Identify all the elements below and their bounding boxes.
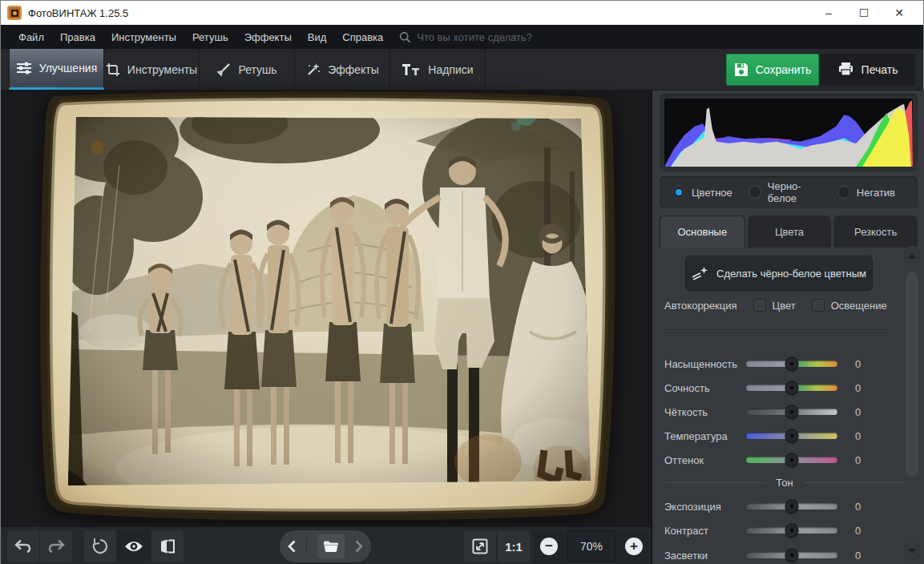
split-view-icon (159, 538, 176, 554)
undo-button[interactable] (7, 530, 39, 562)
radio-black-white[interactable] (748, 186, 761, 199)
zoom-out-button[interactable]: − (533, 530, 565, 562)
slider-row-highlights: Засветки 0 (664, 546, 905, 564)
contrast-handle[interactable] (785, 524, 799, 538)
scroll-down-button[interactable] (904, 541, 920, 562)
radio-negative[interactable] (837, 186, 850, 199)
contrast-slider[interactable] (746, 527, 837, 534)
saturation-slider[interactable] (746, 361, 837, 367)
floppy-icon (734, 62, 748, 77)
color-mode-selector: Цветное Черно-белое Негатив (660, 176, 918, 208)
checkbox-color[interactable] (753, 299, 766, 312)
save-button[interactable]: Сохранить (726, 54, 819, 86)
menu-effects[interactable]: Эффекты (236, 25, 300, 49)
exposure-slider[interactable] (746, 503, 837, 510)
scroll-up-button[interactable] (904, 246, 920, 267)
clarity-handle[interactable] (785, 405, 799, 419)
printer-icon (838, 62, 853, 76)
autocorrection-row: Автокоррекция Цвет Освещение (664, 299, 905, 312)
redo-button[interactable] (40, 530, 72, 562)
highlights-slider[interactable] (746, 552, 837, 558)
photo-canvas[interactable] (1, 91, 651, 526)
tab-captions[interactable]: Надписи (390, 49, 486, 90)
tint-slider[interactable] (746, 457, 837, 463)
text-icon (401, 63, 421, 76)
vibrance-slider[interactable] (746, 385, 837, 391)
slider-row-contrast: Контраст 0 (664, 522, 905, 539)
exposure-handle[interactable] (785, 500, 799, 514)
show-original-button[interactable] (118, 530, 150, 562)
eye-icon (124, 540, 143, 553)
subtab-basic[interactable]: Основные (660, 216, 745, 248)
crop-icon (106, 62, 120, 77)
tab-effects[interactable]: Эффекты (295, 49, 390, 90)
checkbox-lighting[interactable] (812, 299, 825, 312)
search-icon (399, 31, 411, 43)
tone-section-header: Тон (664, 477, 905, 489)
maximize-button[interactable]: ☐ (846, 1, 882, 25)
vintage-photo (39, 91, 616, 520)
tab-retouch[interactable]: Ретушь (200, 49, 295, 90)
actual-size-button[interactable]: 1:1 (498, 530, 530, 562)
temperature-handle[interactable] (785, 429, 799, 443)
app-window: ФотоВИНТАЖ 1.25.5 – ☐ ✕ Файл Правка Инст… (0, 0, 924, 564)
histogram-container (660, 94, 918, 171)
menu-view[interactable]: Вид (300, 25, 335, 49)
previous-photo-icon[interactable] (288, 540, 296, 553)
slider-row-tint: Оттенок 0 (664, 451, 905, 469)
menu-file[interactable]: Файл (10, 25, 52, 49)
menu-help[interactable]: Справка (334, 25, 391, 49)
viewer-toolbar: 1:1 − 70% + (1, 526, 651, 564)
radio-color[interactable] (672, 186, 685, 199)
fit-screen-button[interactable] (464, 530, 496, 562)
tab-enhancements[interactable]: Улучшения (9, 49, 104, 90)
rotate-icon (92, 538, 108, 554)
file-navigator (280, 530, 371, 562)
plus-icon: + (625, 538, 643, 555)
scrollbar-thumb[interactable] (906, 272, 918, 477)
fit-screen-icon (472, 538, 488, 554)
vibrance-handle[interactable] (785, 381, 799, 395)
menu-retouch[interactable]: Ретушь (184, 25, 236, 49)
subtab-sharpness[interactable]: Резкость (833, 216, 918, 248)
menu-bar: Файл Правка Инструменты Ретушь Эффекты В… (1, 25, 923, 49)
slider-row-vibrance: Сочность 0 (664, 379, 905, 397)
menu-edit[interactable]: Правка (52, 25, 103, 49)
colorize-button[interactable]: Сделать чёрно-белое цветным (685, 256, 873, 291)
highlights-handle[interactable] (785, 549, 799, 562)
close-button[interactable]: ✕ (882, 1, 917, 25)
undo-icon (14, 540, 32, 553)
menu-tools[interactable]: Инструменты (103, 25, 184, 49)
saturation-handle[interactable] (785, 357, 799, 371)
title-bar: ФотоВИНТАЖ 1.25.5 – ☐ ✕ (1, 1, 923, 25)
search-box[interactable] (399, 31, 569, 43)
subtab-colors[interactable]: Цвета (748, 216, 832, 248)
compare-button[interactable] (151, 530, 184, 562)
adjustments-panel: Цветное Черно-белое Негатив Основные Цве… (651, 91, 924, 564)
app-icon (7, 6, 22, 20)
zoom-level[interactable]: 70% (567, 530, 616, 562)
open-folder-button[interactable] (317, 534, 345, 558)
histogram (664, 99, 913, 167)
print-button[interactable]: Печать (821, 54, 915, 86)
zoom-in-button[interactable]: + (618, 530, 650, 562)
next-photo-icon[interactable] (355, 540, 363, 553)
minimize-button[interactable]: – (811, 1, 846, 25)
tint-handle[interactable] (785, 453, 799, 467)
slider-row-saturation: Насыщенность 0 (664, 355, 905, 373)
minus-icon: − (540, 538, 558, 555)
tab-tools[interactable]: Инструменты (104, 49, 200, 90)
temperature-slider[interactable] (746, 433, 837, 439)
slider-row-exposure: Экспозиция 0 (664, 498, 905, 515)
search-input[interactable] (417, 31, 569, 43)
slider-row-clarity: Чёткость 0 (664, 403, 905, 421)
arrow-down-icon (908, 549, 916, 554)
panel-scrollbar (904, 246, 922, 562)
basic-adjustments: Сделать чёрно-белое цветным Автокоррекци… (652, 248, 924, 564)
window-title: ФотоВИНТАЖ 1.25.5 (28, 7, 128, 19)
magic-wand-icon (305, 62, 321, 77)
section-divider (664, 329, 890, 330)
clarity-slider[interactable] (746, 409, 837, 415)
rotate-button[interactable] (84, 530, 116, 562)
slider-row-temperature: Температура 0 (664, 427, 905, 445)
